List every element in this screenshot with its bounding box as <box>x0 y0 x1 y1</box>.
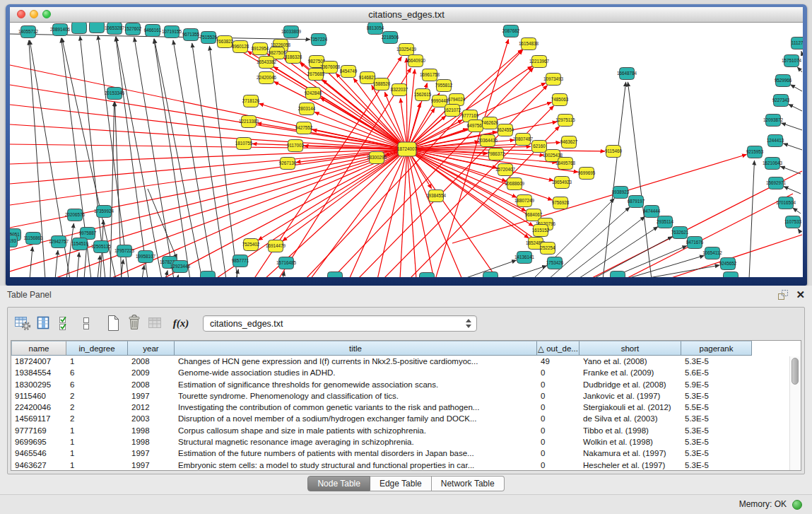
column-header-name[interactable]: name <box>11 341 66 356</box>
svg-text:2087682: 2087682 <box>502 28 520 33</box>
table-cell: 2008 <box>128 356 175 367</box>
select-all-button[interactable] <box>54 313 76 333</box>
svg-text:10688609: 10688609 <box>505 181 525 186</box>
svg-text:15751074: 15751074 <box>782 58 802 63</box>
svg-text:8938923: 8938923 <box>612 189 630 194</box>
svg-text:20364436: 20364436 <box>478 138 498 143</box>
svg-text:22420046: 22420046 <box>257 75 277 80</box>
table-cell: 0 <box>537 367 579 378</box>
svg-text:19654923: 19654923 <box>552 180 572 185</box>
float-panel-icon[interactable] <box>777 289 789 300</box>
table-cell: Nakamura et al. (1997) <box>579 448 681 459</box>
svg-text:18807249: 18807249 <box>514 198 535 203</box>
table-row[interactable]: 1872400712008Changes of HCN gene express… <box>11 356 801 367</box>
svg-text:13325419: 13325419 <box>396 47 417 52</box>
svg-text:62160: 62160 <box>533 144 546 148</box>
svg-text:9117003: 9117003 <box>287 143 305 148</box>
svg-text:9857771: 9857771 <box>232 258 249 263</box>
svg-text:10719155: 10719155 <box>162 29 182 34</box>
table-cell: Wolkin et al. (1998) <box>579 436 681 448</box>
scrollbar-thumb[interactable] <box>792 358 799 385</box>
network-canvas[interactable]: 1405571220891406106532871527602646616110… <box>10 23 803 277</box>
clear-selection-button[interactable] <box>76 313 97 333</box>
svg-text:19384554: 19384554 <box>426 193 447 198</box>
table-row[interactable]: 1456911722003Disruption of a novel membe… <box>11 413 801 424</box>
table-row[interactable]: 977716911998Corpus callosum shape and si… <box>11 425 801 436</box>
column-header-in_degree[interactable]: in_degree <box>66 341 128 356</box>
tab-node-table[interactable]: Node Table <box>307 476 370 491</box>
table-row[interactable]: 2242004622012Investigating the contribut… <box>11 402 801 413</box>
tab-edge-table[interactable]: Edge Table <box>370 476 432 491</box>
svg-text:10025438: 10025438 <box>543 153 563 158</box>
svg-text:2803144: 2803144 <box>298 106 316 111</box>
svg-text:9827509: 9827509 <box>269 50 286 55</box>
svg-text:3624554: 3624554 <box>497 127 514 132</box>
table-cell: Estimation of the future numbers of pati… <box>175 448 537 459</box>
table-row[interactable]: 911546021997Tourette syndrome. Phenomeno… <box>11 390 801 402</box>
table-cell: Tibbo et al. (1998) <box>579 425 681 436</box>
network-window-titlebar[interactable]: citations_edges.txt <box>10 7 803 23</box>
svg-text:14055712: 14055712 <box>18 29 39 34</box>
table-cell: 0 <box>537 448 579 459</box>
svg-text:9215953: 9215953 <box>746 149 764 154</box>
table-cell: 1997 <box>128 448 175 459</box>
table-row[interactable]: 969969511998Structural magnetic resonanc… <box>11 436 801 448</box>
table-row[interactable]: 946554611997Estimation of the future num… <box>11 448 801 459</box>
table-row[interactable]: 1938455462009Genome-wide association stu… <box>11 367 801 378</box>
table-cell: Tourette syndrome. Phenomenology and cla… <box>175 390 537 402</box>
svg-text:9529966: 9529966 <box>775 78 792 83</box>
table-selector-value: citations_edges.txt <box>210 319 283 329</box>
function-builder-button[interactable]: f(x) <box>170 313 192 333</box>
table-row[interactable]: 1830029562008Estimation of significance … <box>11 379 801 390</box>
svg-text:39193: 39193 <box>10 238 16 243</box>
column-header-year[interactable]: year <box>128 341 175 356</box>
svg-text:16154838: 16154838 <box>519 41 539 46</box>
svg-text:1588520: 1588520 <box>373 81 391 86</box>
table-cell: Investigating the contribution of common… <box>175 402 537 413</box>
svg-text:7462626: 7462626 <box>481 120 499 125</box>
table-cell: 6 <box>66 367 128 378</box>
svg-text:6466161: 6466161 <box>144 28 162 33</box>
svg-text:8960128: 8960128 <box>232 44 249 49</box>
citation-network-graph[interactable]: 1405571220891406106532871527602646616110… <box>10 23 803 277</box>
table-panel: Table Panel ✕ <box>0 286 812 514</box>
table-cell: de Silva et al. (2003) <box>579 413 681 424</box>
table-settings-button[interactable] <box>12 313 33 333</box>
delete-button[interactable] <box>124 313 145 333</box>
table-cell: 2008 <box>128 379 175 390</box>
column-header-out_de[interactable]: △ out_de... <box>537 341 579 356</box>
svg-text:2675685: 2675685 <box>307 71 325 76</box>
memory-status-indicator <box>792 500 802 510</box>
network-window-title: citations_edges.txt <box>10 7 803 22</box>
table-cell: 5.3E-5 <box>681 460 752 471</box>
svg-text:11156863: 11156863 <box>23 235 43 240</box>
show-columns-button[interactable] <box>33 313 54 333</box>
table-selector-dropdown[interactable]: citations_edges.txt <box>203 315 477 332</box>
svg-text:7986372: 7986372 <box>488 151 505 156</box>
table-row[interactable]: 946362711997Embryonic stem cells: a mode… <box>11 460 801 471</box>
svg-text:111273: 111273 <box>792 40 803 45</box>
column-header-short[interactable]: short <box>579 341 681 356</box>
table-cell: 2 <box>66 413 128 424</box>
table-cell: 2012 <box>128 402 175 413</box>
svg-text:9975887: 9975887 <box>79 230 97 235</box>
column-header-pagerank[interactable]: pagerank <box>681 341 752 356</box>
table-cell: Structural magnetic resonance image aver… <box>175 436 537 448</box>
delete-table-button[interactable] <box>145 313 166 333</box>
column-header-title[interactable]: title <box>175 341 537 356</box>
svg-text:8322037: 8322037 <box>391 87 408 92</box>
table-cell: 6 <box>66 379 128 390</box>
svg-text:1621072: 1621072 <box>444 107 461 112</box>
svg-text:8813054: 8813054 <box>367 25 384 30</box>
table-cell: 5.3E-5 <box>681 356 752 367</box>
svg-text:7357224: 7357224 <box>310 37 328 42</box>
table-scrollbar[interactable] <box>789 356 801 470</box>
tab-network-table[interactable]: Network Table <box>432 476 505 491</box>
close-panel-icon[interactable]: ✕ <box>796 289 805 300</box>
table-cell: 0 <box>537 413 579 424</box>
svg-text:15692971: 15692971 <box>766 180 787 185</box>
svg-text:9115460: 9115460 <box>605 148 623 153</box>
svg-text:7663822: 7663822 <box>216 39 234 44</box>
table-cell: Franke et al. (2009) <box>579 367 681 378</box>
new-document-button[interactable] <box>102 313 124 333</box>
